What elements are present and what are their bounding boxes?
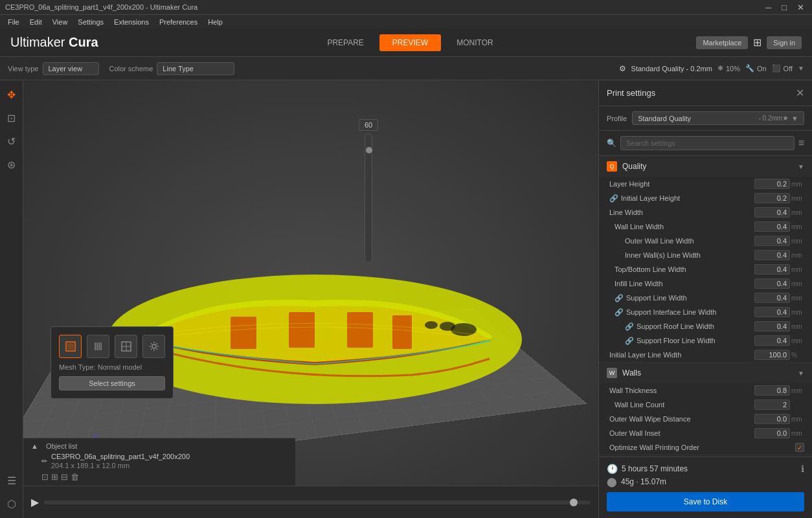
- menu-file[interactable]: File: [3, 17, 25, 27]
- wall-thickness-input[interactable]: [754, 385, 790, 396]
- profile-chevron-icon[interactable]: ▼: [791, 115, 798, 122]
- initial-layer-height-input[interactable]: [754, 193, 790, 203]
- quality-section: Q Quality ▼ Layer Height mm 🔗 Initial La…: [599, 156, 812, 363]
- support-floor-line-width-input[interactable]: [754, 335, 790, 346]
- link-icon[interactable]: 🔗: [625, 337, 634, 345]
- setting-name: Line Width: [609, 208, 754, 216]
- support-control[interactable]: 🔧 On: [745, 64, 767, 73]
- settings-search-input[interactable]: [620, 136, 795, 150]
- zoom-track[interactable]: [365, 133, 372, 263]
- quality-chevron[interactable]: ▼: [798, 65, 804, 72]
- initial-layer-line-width-input[interactable]: [754, 350, 790, 360]
- layer-height-input[interactable]: [754, 179, 790, 189]
- menu-extensions[interactable]: Extensions: [109, 17, 154, 27]
- menu-view[interactable]: View: [47, 17, 73, 27]
- line-width-input[interactable]: [754, 207, 790, 218]
- signin-button[interactable]: Sign in: [767, 36, 802, 49]
- fan-value: 10%: [726, 65, 740, 73]
- setting-unit: mm: [791, 223, 804, 231]
- color-scheme-selector[interactable]: Color scheme Line Type: [109, 62, 235, 75]
- profile-favorite-icon[interactable]: ★: [782, 114, 789, 122]
- close-button[interactable]: ✕: [795, 3, 807, 12]
- setting-layer-height: Layer Height mm: [599, 177, 812, 191]
- adhesion-control[interactable]: ⬛ Off: [772, 64, 793, 73]
- viewport[interactable]: Z X Y 60: [23, 80, 598, 518]
- menu-help[interactable]: Help: [203, 17, 228, 27]
- fan-control[interactable]: ❄ 10%: [717, 64, 740, 73]
- link-icon[interactable]: 🔗: [615, 308, 624, 317]
- quality-section-header[interactable]: Q Quality ▼: [599, 156, 812, 177]
- minimize-button[interactable]: ─: [763, 3, 774, 12]
- info-icon[interactable]: ℹ: [801, 464, 804, 474]
- mesh-infill-button[interactable]: [87, 335, 109, 358]
- sidebar-move-tool[interactable]: ✥: [3, 85, 21, 104]
- walls-section-header[interactable]: W Walls ▼: [599, 363, 812, 383]
- setting-name: Support Floor Line Width: [637, 337, 754, 344]
- print-settings-scroll[interactable]: Q Quality ▼ Layer Height mm 🔗 Initial La…: [599, 156, 812, 456]
- outer-wall-wipe-distance-input[interactable]: [754, 414, 790, 424]
- timeline-track[interactable]: [44, 501, 591, 504]
- settings-menu-icon[interactable]: ≡: [798, 137, 804, 149]
- zoom-slider[interactable]: 60: [359, 119, 378, 263]
- wall-line-count-input[interactable]: [754, 400, 790, 410]
- nav-tabs: PREPARE PREVIEW MONITOR: [124, 34, 697, 51]
- profile-row: Profile Standard Quality - 0.2mm ★ ▼: [599, 106, 812, 131]
- menu-preferences[interactable]: Preferences: [154, 17, 203, 27]
- sidebar-rotate-tool[interactable]: ↺: [3, 132, 21, 150]
- tab-monitor[interactable]: MONITOR: [444, 34, 506, 51]
- marketplace-button[interactable]: Marketplace: [696, 36, 748, 49]
- tab-preview[interactable]: PREVIEW: [379, 34, 441, 51]
- timeline-play-button[interactable]: ▶: [31, 496, 39, 508]
- select-settings-button[interactable]: Select settings: [59, 376, 165, 390]
- link-icon[interactable]: 🔗: [609, 194, 618, 203]
- sidebar-mirror-tool[interactable]: ⊛: [3, 155, 21, 174]
- setting-name: Wall Line Width: [615, 223, 754, 231]
- mesh-support-button[interactable]: [115, 335, 137, 358]
- object-list-header[interactable]: ▲ Object list: [31, 442, 288, 450]
- infill-line-width-input[interactable]: [754, 278, 790, 289]
- inner-wall-line-width-input[interactable]: [754, 250, 790, 260]
- support-interface-line-width-input[interactable]: [754, 307, 790, 317]
- view-type-label: View type: [8, 65, 39, 73]
- zoom-thumb[interactable]: [366, 147, 372, 153]
- svg-point-2: [440, 322, 455, 331]
- link-icon[interactable]: 🔗: [625, 322, 634, 331]
- object-merge-icon[interactable]: ⊟: [61, 472, 68, 482]
- profile-selector[interactable]: Standard Quality - 0.2mm ★ ▼: [632, 111, 804, 125]
- menu-settings[interactable]: Settings: [73, 17, 109, 27]
- maximize-button[interactable]: □: [779, 3, 789, 12]
- color-scheme-select[interactable]: Line Type: [157, 62, 234, 75]
- view-type-select[interactable]: Layer view: [43, 62, 99, 75]
- setting-name: Top/Bottom Line Width: [615, 265, 754, 273]
- menu-edit[interactable]: Edit: [25, 17, 47, 27]
- object-duplicate-icon[interactable]: ⊡: [41, 472, 49, 482]
- support-roof-line-width-input[interactable]: [754, 321, 790, 332]
- save-to-disk-button[interactable]: Save to Disk: [607, 492, 804, 512]
- support-line-width-input[interactable]: [754, 293, 790, 303]
- print-settings-close-button[interactable]: ✕: [796, 87, 804, 99]
- sidebar-material-icon[interactable]: ☰: [3, 471, 21, 490]
- link-icon[interactable]: 🔗: [615, 294, 624, 302]
- setting-unit: mm: [791, 416, 804, 423]
- outer-wall-line-width-input[interactable]: [754, 236, 790, 246]
- mesh-normal-button[interactable]: [59, 335, 82, 358]
- adhesion-icon: ⬛: [772, 64, 781, 73]
- tab-prepare[interactable]: PREPARE: [314, 34, 376, 51]
- top-bottom-line-width-input[interactable]: [754, 264, 790, 275]
- optimize-wall-order-checkbox[interactable]: [795, 443, 804, 452]
- sidebar-marketplace-icon[interactable]: ⬡: [3, 495, 21, 513]
- zoom-value: 60: [359, 119, 378, 131]
- outer-wall-inset-input[interactable]: [754, 428, 790, 438]
- object-delete-icon[interactable]: 🗑: [71, 472, 79, 482]
- object-split-icon[interactable]: ⊞: [51, 472, 58, 482]
- mesh-settings-button[interactable]: [142, 335, 165, 358]
- wall-line-width-input[interactable]: [754, 221, 790, 232]
- view-type-selector[interactable]: View type Layer view: [8, 62, 99, 75]
- time-estimation-row: 🕐 5 hours 57 minutes ℹ: [607, 464, 804, 474]
- timeline-thumb[interactable]: [570, 499, 578, 506]
- left-sidebar: ✥ ⊡ ↺ ⊛ ☰ ⬡: [0, 80, 23, 518]
- titlebar-controls[interactable]: ─ □ ✕: [763, 3, 807, 12]
- sidebar-scale-tool[interactable]: ⊡: [3, 109, 21, 127]
- setting-unit: mm: [791, 238, 804, 245]
- apps-icon[interactable]: ⊞: [753, 36, 761, 49]
